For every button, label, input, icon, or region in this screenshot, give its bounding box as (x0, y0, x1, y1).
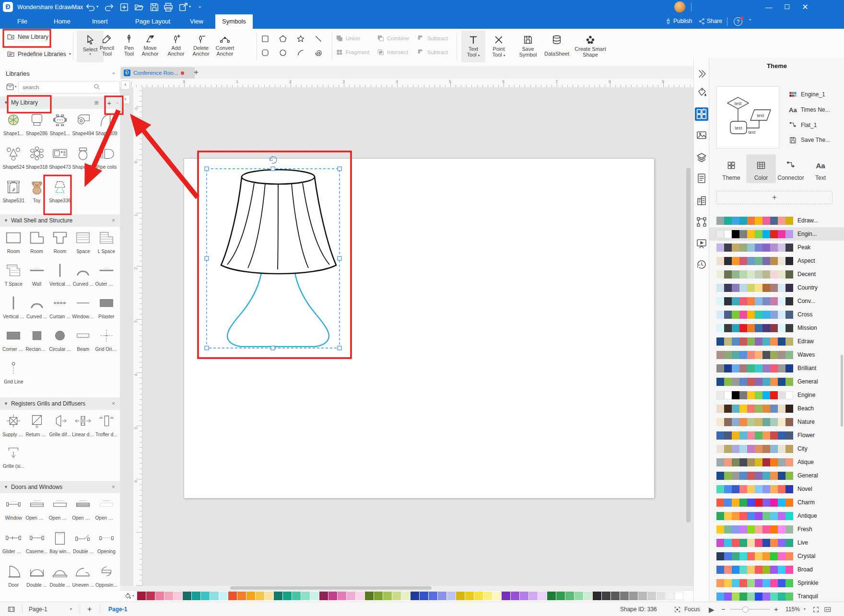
shape-rsq-button[interactable] (261, 48, 270, 57)
quick-color-swatch[interactable] (374, 592, 383, 600)
focus-icon[interactable] (674, 606, 681, 613)
theme-panel-scrollbar[interactable] (841, 355, 843, 427)
library-item-shape336[interactable]: Shape336 (48, 177, 71, 210)
library-item-shape531[interactable]: Shape531 (2, 177, 25, 210)
print-icon[interactable] (163, 2, 174, 12)
menu-symbols[interactable]: Symbols (215, 14, 253, 29)
move-anchor-button[interactable]: MoveAnchor (138, 32, 162, 62)
library-item-pilaster[interactable]: Pilaster (95, 293, 118, 325)
shape-star-button[interactable] (296, 35, 305, 43)
library-item-room[interactable]: Room (25, 228, 48, 260)
library-item-troffer-d-[interactable]: Troffer d... (95, 411, 118, 442)
quick-color-swatch[interactable] (365, 592, 374, 600)
library-item-open-wi-[interactable]: Open Wi... (95, 494, 118, 528)
point-tool-button[interactable]: PointTool ▾ (487, 31, 510, 62)
focus-label[interactable]: Focus (684, 602, 700, 616)
library-scroll-up-button[interactable]: ∧ (121, 81, 130, 90)
quick-color-swatch[interactable] (201, 592, 210, 600)
quick-color-swatch[interactable] (492, 592, 501, 600)
palette-row-nature[interactable]: Nature (709, 415, 844, 429)
library-item-supply-d-[interactable]: Supply d... (2, 411, 25, 442)
menu-file[interactable]: File (11, 14, 34, 29)
section-header-doors-and-windows[interactable]: ▼Doors and Windows× (0, 481, 120, 493)
page-select[interactable]: Page-1 (29, 602, 47, 616)
shape-arcg-button[interactable] (296, 48, 305, 57)
convert-anchor-button[interactable]: ConvertAnchor (213, 32, 237, 62)
quick-color-swatch[interactable] (538, 592, 547, 600)
quick-color-swatch[interactable] (675, 592, 683, 600)
quick-color-swatch[interactable] (283, 592, 292, 600)
library-item-room[interactable]: Room (2, 228, 25, 260)
library-item-wall[interactable]: Wall (25, 260, 48, 293)
open-folder-icon[interactable] (134, 2, 144, 12)
quick-color-swatch[interactable] (474, 592, 483, 600)
library-item-linear-di-[interactable]: Linear di... (71, 411, 94, 442)
image-panel-icon[interactable] (696, 129, 707, 141)
quick-color-swatch[interactable] (210, 592, 219, 600)
library-item-curtain-[interactable]: Curtain ... (48, 293, 71, 325)
library-item-bay-win-[interactable]: Bay win... (48, 528, 71, 561)
palette-row-aspect[interactable]: Aspect (709, 254, 844, 267)
play-presentation-icon[interactable]: ▶ (709, 603, 715, 616)
quick-color-swatch[interactable] (392, 592, 401, 600)
quick-color-swatch[interactable] (383, 592, 392, 600)
quick-color-swatch[interactable] (666, 592, 674, 600)
page-select-caret[interactable]: ▾ (70, 602, 72, 616)
palette-row-city[interactable]: City (709, 442, 844, 455)
library-item-shape1-[interactable]: Shape1... (48, 110, 71, 143)
menu-insert[interactable]: Insert (85, 14, 115, 29)
library-item-open-wi-[interactable]: Open Wi... (71, 494, 94, 528)
save-icon[interactable] (149, 2, 160, 12)
library-item-shape473[interactable]: Shape473 (48, 143, 71, 177)
new-file-icon[interactable] (119, 2, 129, 12)
quick-color-swatch[interactable] (310, 592, 319, 600)
text-tool-button[interactable]: TextTool ▾ (461, 31, 485, 62)
library-item-corner-p-[interactable]: Corner P... (2, 325, 25, 358)
quick-color-swatch[interactable] (319, 592, 328, 600)
library-item-pipe-coils[interactable]: Pipe coils (95, 143, 118, 177)
library-item-open-wi-[interactable]: Open Wi... (25, 494, 48, 528)
boolean-fragment-button[interactable]: Fragment (336, 48, 369, 56)
library-item-shape318[interactable]: Shape318 (25, 143, 48, 177)
boolean-subtract-button[interactable]: Subtract (417, 35, 448, 42)
quick-color-swatch[interactable] (274, 592, 282, 600)
palette-row-tranquil[interactable]: Tranquil (709, 590, 844, 603)
quick-color-swatch[interactable] (611, 592, 620, 600)
export-caret-icon[interactable]: ▾ (189, 4, 191, 9)
quick-color-swatch[interactable] (565, 592, 574, 600)
palette-row-edraw[interactable]: Edraw... (709, 214, 844, 227)
library-item-double-[interactable]: Double ... (71, 528, 94, 561)
menu-view[interactable]: View (183, 14, 210, 29)
zoom-in-button[interactable]: + (774, 602, 778, 616)
library-scroll-down-button[interactable]: ∨ (121, 95, 130, 104)
quick-color-swatch[interactable] (256, 592, 264, 600)
library-item-vertical-[interactable]: Vertical ... (48, 260, 71, 293)
shape-sq-button[interactable] (261, 35, 270, 43)
quick-color-swatch[interactable] (647, 592, 656, 600)
quick-color-swatch[interactable] (420, 592, 428, 600)
library-item-door[interactable]: Door (2, 561, 25, 595)
library-item-grid-line[interactable]: Grid Line (2, 358, 25, 391)
quick-color-swatch[interactable] (529, 592, 538, 600)
close-section-icon[interactable]: × (112, 217, 115, 224)
edit-library-icon[interactable]: ⊞ (94, 100, 99, 106)
palette-row-peak[interactable]: Peak (709, 241, 844, 254)
search-input[interactable] (18, 81, 120, 93)
shape-diag-button[interactable] (314, 35, 323, 43)
palette-row-country[interactable]: Country (709, 281, 844, 294)
library-item-l-space[interactable]: L Space (95, 228, 118, 260)
section-more-icon[interactable]: › (117, 100, 118, 105)
palette-row-conv[interactable]: Conv... (709, 294, 844, 308)
customize-toolbar-icon[interactable]: ⌄ (198, 3, 202, 9)
library-item-grille-si-[interactable]: Grille (si... (2, 442, 25, 474)
quick-color-swatch[interactable] (602, 592, 610, 600)
avatar[interactable] (674, 1, 685, 12)
library-item-window-[interactable]: Window ... (71, 293, 94, 325)
quick-color-swatch[interactable] (292, 592, 301, 600)
palette-row-charm[interactable]: Charm (709, 496, 844, 509)
library-item-shape524[interactable]: Shape524 (2, 143, 25, 177)
library-item-return-d-[interactable]: Return d... (25, 411, 48, 442)
palette-row-decent[interactable]: Decent (709, 267, 844, 281)
quick-color-swatch[interactable] (246, 592, 255, 600)
fill-style-icon[interactable] (696, 86, 707, 98)
